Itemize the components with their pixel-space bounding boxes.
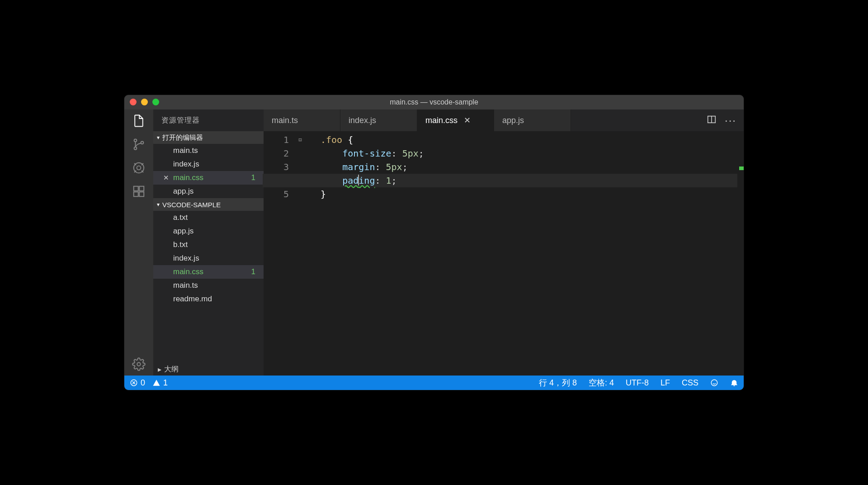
chevron-down-icon: ▾: [157, 134, 160, 141]
problems-badge: 1: [251, 173, 255, 182]
hint-cell: [305, 187, 317, 201]
fold-cell: [295, 147, 305, 160]
outline-header[interactable]: ▸ 大纲: [153, 363, 264, 376]
tab-label: main.css: [425, 116, 458, 125]
status-indentation[interactable]: 空格: 4: [589, 377, 614, 388]
open-editor-item[interactable]: main.ts: [153, 144, 264, 157]
file-item[interactable]: readme.md: [153, 292, 264, 306]
file-name: index.js: [173, 254, 199, 263]
status-bar: 0 1 行 4，列 8 空格: 4 UTF-8 LF CSS: [124, 376, 744, 390]
folder-files-list: a.txtapp.jsb.txtindex.jsmain.css1main.ts…: [153, 211, 264, 306]
editor-area: main.tsindex.jsmain.css✕app.js ··· 12345…: [264, 109, 744, 376]
line-number: 2: [264, 147, 289, 160]
svg-point-12: [711, 380, 717, 386]
folder-label: VSCODE-SAMPLE: [162, 201, 221, 209]
tab-label: app.js: [502, 116, 524, 125]
outline-label: 大纲: [164, 365, 179, 374]
extensions-icon[interactable]: [131, 184, 146, 199]
status-errors-count: 0: [141, 378, 145, 388]
file-name: readme.md: [173, 295, 212, 304]
minimize-window-button[interactable]: [141, 99, 148, 105]
status-language[interactable]: CSS: [682, 378, 698, 388]
tab-bar: main.tsindex.jsmain.css✕app.js ···: [264, 109, 744, 131]
open-editor-item[interactable]: ✕main.css1: [153, 171, 264, 185]
code-content[interactable]: .foo { font-size: 5px; margin: 5px; padi…: [317, 131, 744, 376]
svg-point-0: [134, 139, 137, 142]
vscode-window: main.css — vscode-sample: [124, 95, 744, 390]
open-editors-label: 打开的编辑器: [162, 133, 203, 142]
line-number: 1: [264, 133, 289, 147]
file-name: app.js: [173, 227, 193, 236]
close-window-button[interactable]: [130, 99, 137, 105]
status-cursor-position[interactable]: 行 4，列 8: [539, 377, 577, 388]
status-warnings-count: 1: [163, 378, 168, 388]
code-line[interactable]: font-size: 5px;: [321, 147, 744, 160]
code-line[interactable]: .foo {: [321, 133, 744, 147]
file-name: b.txt: [173, 240, 188, 249]
file-item[interactable]: main.css1: [153, 265, 264, 279]
window-controls: [130, 99, 159, 105]
svg-point-9: [137, 362, 141, 366]
hint-cell: [305, 160, 317, 174]
explorer-sidebar: 资源管理器 ▾ 打开的编辑器 main.tsindex.js✕main.css1…: [153, 109, 264, 376]
window-title: main.css — vscode-sample: [390, 98, 478, 106]
hint-cell: [305, 133, 317, 147]
file-name: index.js: [173, 160, 199, 169]
open-editor-item[interactable]: app.js: [153, 185, 264, 198]
status-bell-icon[interactable]: [730, 379, 738, 387]
text-editor[interactable]: 12345 ⊟ 💡 .foo { font-size: 5px; margin:…: [264, 131, 744, 376]
status-feedback-icon[interactable]: [710, 379, 718, 387]
file-name: main.css: [173, 173, 203, 182]
file-name: main.ts: [173, 146, 198, 155]
status-encoding[interactable]: UTF-8: [626, 378, 649, 388]
file-item[interactable]: app.js: [153, 224, 264, 238]
debug-icon[interactable]: [131, 160, 146, 176]
file-name: main.ts: [173, 281, 198, 290]
split-editor-icon[interactable]: [707, 114, 717, 126]
open-editor-item[interactable]: index.js: [153, 157, 264, 171]
fold-cell[interactable]: ⊟: [295, 133, 305, 147]
chevron-right-icon: ▸: [158, 365, 161, 374]
titlebar: main.css — vscode-sample: [124, 95, 744, 109]
code-line[interactable]: }: [321, 187, 744, 201]
editor-tab[interactable]: main.css✕: [417, 109, 494, 131]
svg-point-1: [134, 147, 137, 150]
hint-column: 💡: [305, 131, 317, 376]
editor-tab[interactable]: app.js: [494, 109, 571, 131]
fold-cell: [295, 160, 305, 174]
settings-gear-icon[interactable]: [131, 357, 146, 372]
line-number: 3: [264, 160, 289, 174]
file-item[interactable]: index.js: [153, 252, 264, 265]
svg-point-4: [137, 166, 141, 170]
fold-column: ⊟: [295, 131, 305, 376]
hint-cell: [305, 147, 317, 160]
file-name: a.txt: [173, 213, 188, 222]
svg-rect-5: [134, 186, 138, 191]
fold-cell: [295, 187, 305, 201]
current-line-highlight: [263, 174, 744, 187]
file-item[interactable]: a.txt: [153, 211, 264, 224]
status-warnings[interactable]: 1: [152, 378, 168, 388]
status-errors[interactable]: 0: [130, 378, 145, 388]
folder-header[interactable]: ▾ VSCODE-SAMPLE: [153, 198, 264, 211]
zoom-window-button[interactable]: [152, 99, 159, 105]
editor-tab[interactable]: index.js: [340, 109, 417, 131]
open-editors-list: main.tsindex.js✕main.css1app.js: [153, 144, 264, 198]
overview-ruler[interactable]: [737, 131, 744, 376]
ruler-warning-mark: [739, 166, 744, 170]
svg-rect-7: [134, 192, 138, 196]
close-icon[interactable]: ✕: [163, 174, 169, 182]
file-item[interactable]: b.txt: [153, 238, 264, 252]
status-eol[interactable]: LF: [660, 378, 670, 388]
svg-rect-6: [139, 186, 144, 191]
tab-label: main.ts: [272, 116, 298, 125]
more-actions-icon[interactable]: ···: [725, 114, 736, 127]
open-editors-header[interactable]: ▾ 打开的编辑器: [153, 131, 264, 144]
editor-tab[interactable]: main.ts: [264, 109, 340, 131]
source-control-icon[interactable]: [131, 137, 146, 152]
file-item[interactable]: main.ts: [153, 279, 264, 292]
explorer-icon[interactable]: [131, 113, 146, 128]
close-icon[interactable]: ✕: [464, 115, 471, 125]
file-name: app.js: [173, 187, 193, 196]
code-line[interactable]: margin: 5px;: [321, 160, 744, 174]
